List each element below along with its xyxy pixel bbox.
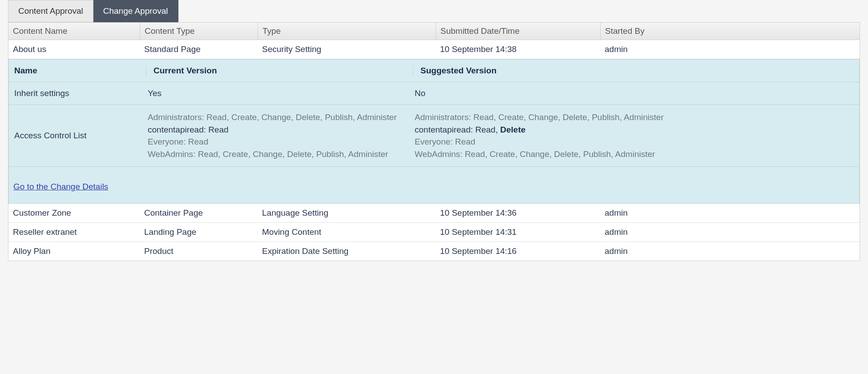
acl-current-everyone: Everyone: Read	[148, 136, 415, 148]
cell-content-name: Reseller extranet	[8, 223, 140, 241]
detail-col-suggested: Suggested Version	[413, 66, 854, 76]
cell-submitted: 10 September 14:36	[436, 204, 600, 222]
detail-row-acl: Access Control List Administrators: Read…	[9, 105, 859, 167]
cell-type: Security Setting	[258, 40, 436, 59]
cell-started-by: admin	[600, 223, 860, 241]
cell-content-type: Standard Page	[140, 40, 258, 59]
cell-type: Expiration Date Setting	[258, 242, 436, 261]
col-type[interactable]: Type	[258, 23, 436, 40]
detail-inherit-suggested: No	[415, 88, 854, 98]
col-content-name[interactable]: Content Name	[8, 23, 140, 40]
grid-row[interactable]: About us Standard Page Security Setting …	[8, 40, 860, 59]
cell-content-name: Customer Zone	[8, 204, 140, 222]
grid-row[interactable]: Customer Zone Container Page Language Se…	[8, 204, 860, 223]
acl-current-contentapi: contentapiread: Read	[148, 125, 229, 134]
detail-inherit-label: Inherit settings	[14, 88, 148, 98]
acl-suggested-contentapi: contentapiread: Read,	[415, 125, 500, 134]
cell-content-name: Alloy Plan	[8, 242, 140, 261]
detail-col-current: Current Version	[146, 66, 415, 76]
col-started-by[interactable]: Started By	[600, 23, 860, 40]
cell-started-by: admin	[600, 40, 860, 59]
col-submitted[interactable]: Submitted Date/Time	[436, 23, 600, 40]
cell-submitted: 10 September 14:31	[436, 223, 600, 241]
cell-content-type: Container Page	[140, 204, 258, 222]
acl-current-webadmins: WebAdmins: Read, Create, Change, Delete,…	[148, 148, 415, 161]
tab-change-approval[interactable]: Change Approval	[93, 0, 178, 22]
cell-content-name: About us	[8, 40, 140, 59]
grid-header: Content Name Content Type Type Submitted…	[8, 22, 860, 40]
cell-content-type: Product	[140, 242, 258, 261]
grid-row[interactable]: Reseller extranet Landing Page Moving Co…	[8, 223, 860, 242]
cell-submitted: 10 September 14:16	[436, 242, 600, 261]
acl-suggested-webadmins: WebAdmins: Read, Create, Change, Delete,…	[415, 148, 854, 161]
detail-panel: Name Current Version Suggested Version I…	[8, 59, 860, 204]
detail-acl-suggested: Administrators: Read, Create, Change, De…	[415, 111, 854, 160]
cell-submitted: 10 September 14:38	[436, 40, 600, 59]
cell-type: Language Setting	[258, 204, 436, 222]
detail-header: Name Current Version Suggested Version	[9, 60, 859, 82]
detail-acl-current: Administrators: Read, Create, Change, De…	[148, 111, 415, 160]
change-details-link[interactable]: Go to the Change Details	[13, 182, 108, 192]
detail-acl-label: Access Control List	[14, 131, 148, 141]
cell-started-by: admin	[600, 204, 860, 222]
grid-row[interactable]: Alloy Plan Product Expiration Date Setti…	[8, 242, 860, 261]
approval-grid: Content Name Content Type Type Submitted…	[8, 22, 860, 261]
acl-current-admins: Administrators: Read, Create, Change, De…	[148, 111, 415, 124]
cell-started-by: admin	[600, 242, 860, 261]
col-content-type[interactable]: Content Type	[140, 23, 258, 40]
tabs: Content Approval Change Approval	[8, 0, 860, 22]
acl-suggested-admins: Administrators: Read, Create, Change, De…	[415, 111, 854, 124]
detail-inherit-current: Yes	[148, 88, 415, 98]
detail-row-inherit: Inherit settings Yes No	[9, 82, 859, 105]
tab-content-approval[interactable]: Content Approval	[8, 0, 93, 22]
acl-suggested-contentapi-delta: Delete	[500, 125, 525, 134]
detail-col-name: Name	[14, 66, 148, 76]
acl-suggested-everyone: Everyone: Read	[415, 136, 854, 148]
cell-type: Moving Content	[258, 223, 436, 241]
cell-content-type: Landing Page	[140, 223, 258, 241]
